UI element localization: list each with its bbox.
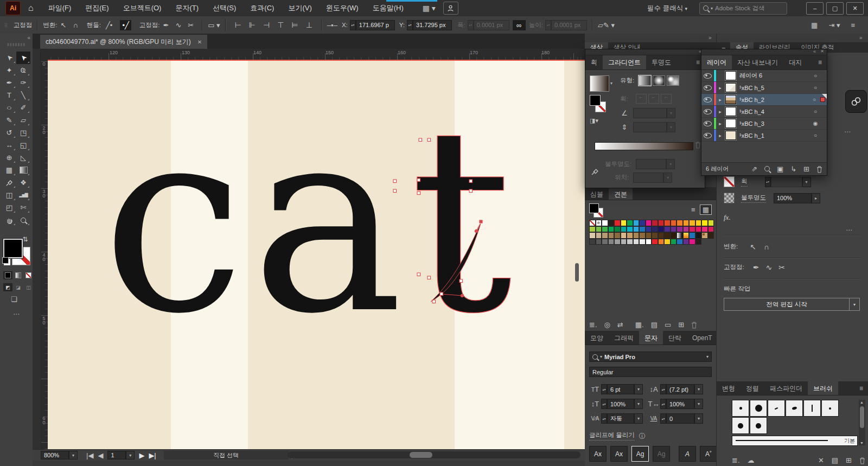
close-panel-icon[interactable]: ✕ bbox=[820, 49, 824, 54]
y-field[interactable]: 31.7295 px bbox=[413, 20, 452, 30]
last-artboard-icon[interactable]: ▶| bbox=[149, 452, 156, 459]
character-tab-문자[interactable]: 문자 bbox=[639, 331, 663, 344]
swatch[interactable] bbox=[589, 239, 596, 245]
menu-보기(V)[interactable]: 보기(V) bbox=[281, 0, 318, 16]
draw-inside-icon[interactable]: ◫ bbox=[24, 283, 33, 291]
brush-item[interactable] bbox=[732, 417, 749, 434]
swatch[interactable] bbox=[621, 226, 627, 233]
brush-item[interactable] bbox=[732, 400, 749, 417]
kerning-field[interactable]: 자동 bbox=[607, 413, 634, 424]
show-kinds-icon[interactable]: ▦. bbox=[635, 321, 644, 328]
vertical-ruler[interactable]: 02030405060 bbox=[40, 60, 48, 449]
swatch[interactable] bbox=[658, 226, 665, 233]
swatch[interactable] bbox=[633, 220, 640, 226]
isolate-selection-icon[interactable]: ▱✎ ▾ bbox=[598, 22, 615, 29]
share-document-icon[interactable] bbox=[443, 2, 458, 15]
swatch[interactable] bbox=[689, 226, 695, 233]
collapse-panel-icon[interactable]: « bbox=[813, 49, 816, 54]
collapsed-links-panel-button[interactable] bbox=[845, 90, 867, 113]
scale-tool[interactable]: ◳ bbox=[16, 126, 30, 139]
zoom-dropdown-icon[interactable]: ▾ bbox=[69, 451, 78, 459]
swatch[interactable] bbox=[664, 226, 671, 233]
layer-name[interactable]: ¹xBC h_2 bbox=[739, 97, 764, 103]
convert-to-smooth-icon[interactable]: ∩ bbox=[73, 22, 78, 29]
menu-파일(F)[interactable]: 파일(F) bbox=[41, 0, 79, 16]
layer-target-icon[interactable]: ◉ bbox=[811, 120, 820, 126]
swatch[interactable] bbox=[589, 226, 596, 233]
pencil-tool[interactable]: ✎ bbox=[2, 114, 16, 126]
tracking-stepper[interactable]: ▴▾ bbox=[660, 413, 666, 424]
blend-tool[interactable]: ❖ bbox=[16, 176, 30, 189]
layers-tab-자산 내보내기[interactable]: 자산 내보내기 bbox=[732, 55, 783, 69]
more-tools-icon[interactable]: ⋯ bbox=[13, 310, 20, 318]
tracking-field[interactable]: 0 bbox=[666, 413, 694, 424]
y-stepper[interactable]: ▴▾ bbox=[407, 20, 413, 30]
swatch[interactable] bbox=[602, 239, 608, 245]
snap-rotate-button[interactable]: A˚ bbox=[700, 446, 717, 462]
swatch[interactable] bbox=[614, 232, 621, 239]
brush-libraries-icon[interactable]: ≣. bbox=[732, 457, 740, 464]
delete-swatch-icon[interactable] bbox=[691, 321, 697, 329]
font-style-field[interactable]: Regular bbox=[589, 367, 712, 377]
artboard-dropdown-icon[interactable]: ▾ bbox=[126, 451, 135, 459]
opacity-field[interactable]: 100% bbox=[774, 193, 812, 203]
align-bottom-icon[interactable]: ⊥ bbox=[306, 21, 312, 29]
delete-brush-icon[interactable] bbox=[859, 457, 865, 464]
font-family-field[interactable]: ▾ Myriad Pro ▾ bbox=[589, 352, 712, 362]
next-artboard-icon[interactable]: ▶ bbox=[139, 452, 144, 459]
visibility-cell[interactable] bbox=[701, 118, 714, 129]
layer-thumbnail[interactable] bbox=[725, 107, 736, 116]
x-stepper[interactable]: ▴▾ bbox=[350, 20, 356, 30]
gradient-proxy[interactable] bbox=[590, 95, 608, 113]
stroke-weight-dropdown-icon[interactable]: ▾ bbox=[802, 177, 811, 187]
eye-icon[interactable] bbox=[704, 109, 712, 114]
swatch[interactable] bbox=[608, 232, 615, 239]
swatch[interactable] bbox=[658, 232, 665, 239]
swatch[interactable] bbox=[658, 239, 665, 245]
shape-builder-tool[interactable]: ⊕ bbox=[2, 151, 16, 164]
swatch[interactable] bbox=[708, 220, 714, 226]
connect-path-icon[interactable]: ∿ bbox=[175, 22, 181, 29]
menu-편집(E)[interactable]: 편집(E) bbox=[78, 0, 116, 16]
visibility-cell[interactable] bbox=[701, 130, 714, 141]
opacity-expand-icon[interactable]: ▸ bbox=[812, 193, 820, 203]
swatch[interactable] bbox=[633, 232, 640, 239]
swatch[interactable] bbox=[633, 239, 640, 245]
swatch[interactable] bbox=[639, 220, 646, 226]
font-family-dropdown-icon[interactable]: ▾ bbox=[706, 354, 709, 359]
swatch[interactable] bbox=[596, 226, 602, 233]
menu-문자(T)[interactable]: 문자(T) bbox=[168, 0, 206, 16]
draw-normal-icon[interactable]: ◩ bbox=[3, 283, 12, 291]
swatch[interactable] bbox=[671, 226, 677, 233]
horizontal-scale-field[interactable]: 100% bbox=[666, 399, 694, 409]
swatch[interactable] bbox=[614, 220, 621, 226]
linear-gradient-icon[interactable] bbox=[639, 75, 651, 86]
eraser-tool[interactable]: ▱ bbox=[16, 114, 30, 126]
show-handles-icon[interactable]: ╱• bbox=[104, 20, 114, 30]
global-edit-button[interactable]: 전역 편집 시작 bbox=[724, 298, 850, 311]
swatch[interactable] bbox=[602, 226, 608, 233]
menu-선택(S)[interactable]: 선택(S) bbox=[206, 0, 243, 16]
swatch[interactable] bbox=[695, 226, 702, 233]
first-artboard-icon[interactable]: |◀ bbox=[86, 452, 93, 459]
brushes-scrollbar-thumb[interactable] bbox=[860, 406, 864, 428]
close-button[interactable]: ✕ bbox=[846, 2, 864, 15]
layer-thumbnail[interactable] bbox=[725, 83, 736, 92]
swatch[interactable] bbox=[676, 220, 683, 226]
swatch[interactable] bbox=[639, 226, 646, 233]
dock-grid-icon[interactable]: ▦ bbox=[811, 22, 818, 29]
swatch[interactable] bbox=[627, 232, 633, 239]
swatch[interactable] bbox=[652, 232, 658, 239]
expand-layer-icon[interactable]: ▸ bbox=[716, 133, 724, 138]
snap-xheight-button[interactable]: Ax bbox=[610, 446, 628, 462]
eye-icon[interactable] bbox=[704, 133, 712, 138]
character-tab-단락[interactable]: 단락 bbox=[663, 331, 687, 344]
brush-item[interactable] bbox=[750, 417, 767, 434]
swatch[interactable] bbox=[676, 239, 683, 245]
collapse-toolbar-icon[interactable]: « bbox=[27, 35, 30, 41]
snap-baseline-button[interactable]: Ax bbox=[589, 446, 607, 462]
layer-row-¹xBC h_1[interactable]: ▸¹xBC h_1○ bbox=[701, 130, 827, 142]
swatch[interactable] bbox=[639, 232, 646, 239]
stroke-weight-stepper[interactable]: ▴▾ bbox=[765, 177, 771, 187]
dock-arrange-icon[interactable]: ⇥ ▾ bbox=[828, 22, 840, 29]
